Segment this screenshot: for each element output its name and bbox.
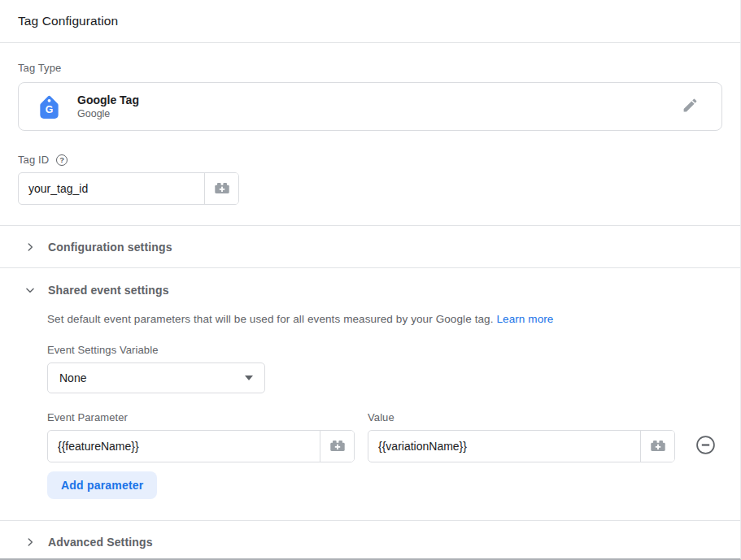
tag-id-input[interactable] — [19, 173, 204, 204]
chevron-right-icon — [24, 536, 36, 548]
lego-brick-plus-icon — [213, 179, 231, 199]
value-input-group — [368, 430, 675, 462]
value-input[interactable] — [368, 431, 640, 462]
page-title: Tag Configuration — [18, 14, 118, 28]
tag-id-variable-picker-button[interactable] — [204, 173, 238, 204]
tag-configuration-panel: Tag Configuration Tag Type G Google Tag … — [0, 0, 741, 560]
minus-circle-icon — [695, 435, 716, 458]
panel-header: Tag Configuration — [0, 0, 740, 43]
tag-type-name: Google Tag — [77, 93, 139, 107]
learn-more-link[interactable]: Learn more — [496, 313, 553, 325]
add-parameter-button[interactable]: Add parameter — [47, 471, 157, 499]
configuration-settings-label: Configuration settings — [48, 241, 172, 254]
advanced-settings-label: Advanced Settings — [48, 536, 153, 549]
help-icon[interactable]: ? — [56, 154, 68, 166]
caret-down-icon — [245, 376, 253, 380]
chevron-down-icon — [24, 284, 36, 296]
event-parameter-variable-picker-button[interactable] — [320, 431, 354, 462]
parameter-row — [47, 423, 722, 462]
pencil-icon — [682, 97, 699, 116]
value-column-header: Value — [368, 411, 675, 423]
lego-brick-plus-icon — [649, 436, 667, 457]
svg-text:G: G — [46, 103, 54, 115]
tag-type-card[interactable]: G Google Tag Google — [18, 82, 722, 131]
lego-brick-plus-icon — [329, 436, 347, 457]
tag-type-label: Tag Type — [18, 62, 722, 74]
value-variable-picker-button[interactable] — [640, 431, 674, 462]
chevron-right-icon — [24, 241, 36, 253]
event-parameter-input[interactable] — [48, 431, 320, 462]
section-shared-event-settings[interactable]: Shared event settings — [0, 268, 740, 306]
event-settings-variable-value: None — [59, 371, 86, 384]
event-parameter-input-group — [47, 430, 355, 462]
event-parameter-column-header: Event Parameter — [47, 411, 355, 423]
tag-type-vendor: Google — [77, 107, 139, 120]
event-settings-variable-label: Event Settings Variable — [47, 344, 722, 356]
section-advanced-settings[interactable]: Advanced Settings — [0, 521, 740, 560]
tag-id-input-group — [18, 172, 239, 205]
google-tag-icon: G — [38, 95, 60, 119]
shared-event-description: Set default event parameters that will b… — [47, 313, 722, 325]
shared-event-settings-label: Shared event settings — [48, 284, 169, 297]
section-configuration-settings[interactable]: Configuration settings — [0, 226, 740, 267]
edit-tag-type-button[interactable] — [678, 93, 702, 119]
remove-parameter-button[interactable] — [695, 435, 716, 458]
tag-id-label: Tag ID — [18, 154, 49, 166]
event-settings-variable-select[interactable]: None — [47, 362, 265, 393]
